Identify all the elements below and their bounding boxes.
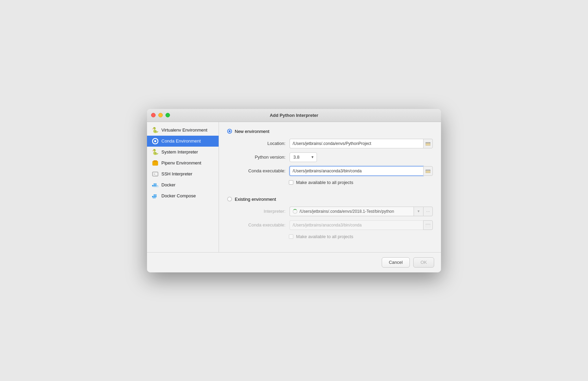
sidebar-item-conda[interactable]: Conda Environment (147, 136, 219, 147)
new-environment-label: New environment (235, 129, 269, 134)
sidebar-item-virtualenv[interactable]: 🐍 Virtualenv Environment (147, 125, 219, 136)
interpreter-path: /Users/jetbrains/.conda/envs/2018.1-Test… (299, 209, 394, 214)
interpreter-row: Interpreter: /Users/jetbrains/.conda/env… (227, 207, 433, 216)
existing-conda-exec-row: Conda executable: (227, 220, 433, 230)
svg-rect-24 (426, 225, 430, 227)
cancel-button[interactable]: Cancel (382, 257, 410, 268)
svg-rect-10 (155, 183, 157, 185)
title-bar: Add Python Interpreter (147, 109, 441, 122)
existing-environment-radio-btn[interactable] (227, 197, 232, 201)
sidebar-item-docker-compose[interactable]: Docker Compose (147, 190, 219, 201)
location-row: Location: (227, 139, 433, 148)
interpreter-label: Interpreter: (235, 209, 290, 214)
sidebar-label-ssh: SSH Interpreter (161, 171, 192, 176)
sidebar-item-pipenv[interactable]: Pipenv Environment (147, 158, 219, 169)
svg-rect-3 (154, 160, 157, 162)
new-environment-radio-btn[interactable] (227, 129, 232, 134)
conda-exec-input-group (290, 166, 433, 176)
python-version-row: Python version: 3.8 3.9 3.7 ▼ (227, 152, 433, 162)
svg-rect-15 (154, 194, 155, 196)
svg-text:>_: >_ (154, 173, 157, 176)
make-available-label: Make available to all projects (296, 180, 353, 185)
new-environment-radio[interactable]: New environment (227, 129, 433, 134)
sidebar: 🐍 Virtualenv Environment Conda Environme… (147, 122, 219, 252)
svg-rect-9 (154, 183, 155, 185)
pipenv-icon (152, 160, 159, 167)
python-version-select-wrapper: 3.8 3.9 3.7 ▼ (290, 152, 317, 162)
svg-rect-12 (152, 196, 154, 197)
loading-icon (293, 209, 297, 214)
existing-make-available-checkbox (289, 234, 293, 239)
minimize-button[interactable] (158, 113, 163, 118)
existing-environment-section: Existing environment Interpreter: /Users… (227, 197, 433, 245)
virtualenv-icon: 🐍 (152, 127, 159, 134)
make-available-row: Make available to all projects (227, 180, 433, 185)
existing-conda-exec-browse-button (423, 220, 433, 230)
maximize-button[interactable] (166, 113, 170, 118)
traffic-lights (151, 113, 170, 118)
sidebar-label-virtualenv: Virtualenv Environment (161, 127, 207, 133)
svg-rect-16 (155, 194, 157, 196)
dialog-body: 🐍 Virtualenv Environment Conda Environme… (147, 122, 441, 252)
interpreter-select[interactable]: /Users/jetbrains/.conda/envs/2018.1-Test… (290, 207, 414, 216)
existing-make-available-label: Make available to all projects (296, 234, 353, 239)
docker-icon (152, 182, 159, 188)
ssh-icon: >_ (152, 171, 159, 177)
location-input-group (290, 139, 433, 148)
sidebar-label-system: System Interpreter (161, 149, 198, 155)
python-version-label: Python version: (235, 155, 290, 160)
main-content: New environment Location: (219, 122, 441, 252)
existing-environment-radio[interactable]: Existing environment (227, 197, 433, 202)
sidebar-label-docker-compose: Docker Compose (161, 193, 196, 198)
location-browse-button[interactable] (423, 139, 433, 148)
ok-button[interactable]: OK (413, 257, 434, 268)
system-icon: 🐍 (152, 149, 159, 156)
location-label: Location: (235, 141, 290, 146)
existing-make-available-row: Make available to all projects (227, 234, 433, 239)
make-available-checkbox[interactable] (289, 180, 293, 185)
sidebar-item-docker[interactable]: Docker (147, 180, 219, 190)
interpreter-ellipsis-button[interactable]: ··· (423, 207, 433, 216)
conda-icon (152, 138, 159, 145)
sidebar-label-pipenv: Pipenv Environment (161, 160, 201, 165)
close-button[interactable] (151, 113, 156, 118)
interpreter-input-group: /Users/jetbrains/.conda/envs/2018.1-Test… (290, 207, 433, 216)
sidebar-item-ssh[interactable]: >_ SSH Interpreter (147, 169, 219, 180)
existing-conda-exec-label: Conda executable: (235, 222, 290, 228)
dialog-title: Add Python Interpreter (270, 113, 318, 118)
existing-conda-exec-input (290, 220, 423, 230)
add-interpreter-dialog: Add Python Interpreter 🐍 Virtualenv Envi… (147, 109, 441, 272)
existing-environment-label: Existing environment (235, 197, 276, 202)
svg-rect-17 (153, 197, 154, 198)
svg-rect-14 (155, 196, 157, 197)
existing-conda-exec-input-group (290, 220, 433, 230)
docker-compose-icon (152, 193, 159, 199)
conda-exec-row: Conda executable: (227, 166, 433, 176)
conda-exec-label: Conda executable: (235, 168, 290, 173)
conda-exec-input[interactable] (290, 166, 423, 176)
python-version-select[interactable]: 3.8 3.9 3.7 (290, 152, 317, 162)
dialog-footer: Cancel OK (147, 252, 441, 272)
interpreter-dropdown-button[interactable]: ▼ (414, 207, 423, 216)
svg-rect-13 (154, 196, 155, 197)
svg-rect-18 (154, 197, 156, 198)
sidebar-label-conda: Conda Environment (161, 138, 201, 144)
svg-rect-20 (426, 143, 430, 146)
conda-exec-browse-button[interactable] (423, 166, 433, 176)
svg-rect-22 (426, 171, 430, 173)
svg-point-1 (154, 140, 156, 142)
new-environment-section: New environment Location: (227, 129, 433, 191)
location-input[interactable] (290, 139, 423, 148)
sidebar-item-system[interactable]: 🐍 System Interpreter (147, 147, 219, 158)
sidebar-label-docker: Docker (161, 182, 175, 187)
